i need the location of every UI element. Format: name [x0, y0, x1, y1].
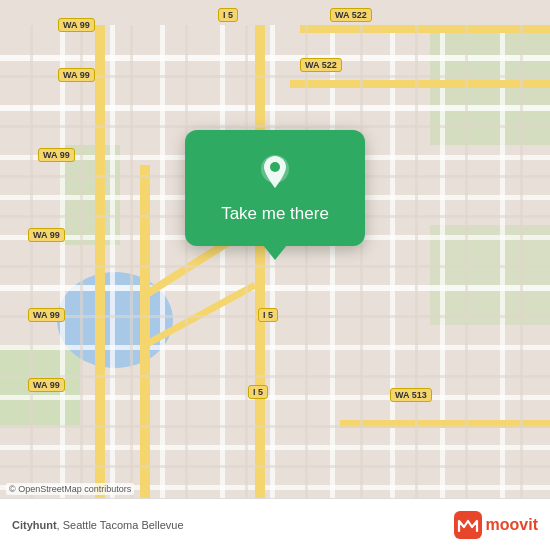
road-label-wa99-4: WA 99 — [28, 228, 65, 242]
map-container: WA 99 WA 99 WA 99 WA 99 WA 99 WA 99 WA 5… — [0, 0, 550, 550]
svg-rect-25 — [95, 25, 105, 525]
svg-rect-16 — [60, 25, 65, 525]
svg-rect-27 — [255, 25, 265, 525]
app-location: Seattle Tacoma Bellevue — [63, 519, 184, 531]
road-label-wa99-6: WA 99 — [28, 378, 65, 392]
map-svg — [0, 0, 550, 550]
svg-rect-46 — [185, 25, 188, 525]
svg-rect-47 — [245, 25, 248, 525]
app-name: Cityhunt — [12, 519, 57, 531]
moovit-logo: moovit — [454, 511, 538, 539]
location-pin-icon — [253, 150, 297, 194]
road-label-wa99-5: WA 99 — [28, 308, 65, 322]
road-label-i5-3: I 5 — [248, 385, 268, 399]
svg-rect-22 — [390, 25, 395, 525]
svg-rect-52 — [520, 25, 523, 525]
road-label-i5-2: I 5 — [258, 308, 278, 322]
moovit-text: moovit — [486, 516, 538, 534]
svg-point-54 — [270, 162, 280, 172]
svg-rect-44 — [80, 25, 83, 525]
svg-rect-19 — [220, 25, 225, 525]
svg-rect-23 — [440, 25, 445, 525]
road-label-wa99-3: WA 99 — [38, 148, 75, 162]
svg-rect-45 — [130, 25, 133, 525]
svg-rect-21 — [330, 25, 335, 525]
moovit-icon — [454, 511, 482, 539]
svg-rect-29 — [290, 80, 550, 88]
map-attribution: © OpenStreetMap contributors — [6, 483, 134, 495]
svg-rect-28 — [300, 25, 550, 33]
popup-label: Take me there — [221, 204, 329, 224]
road-label-i5-1: I 5 — [218, 8, 238, 22]
road-label-wa513: WA 513 — [390, 388, 432, 402]
svg-rect-50 — [415, 25, 418, 525]
svg-rect-48 — [305, 25, 308, 525]
popup-card[interactable]: Take me there — [185, 130, 365, 246]
svg-rect-49 — [360, 25, 363, 525]
road-label-wa522-2: WA 522 — [300, 58, 342, 72]
road-label-wa522-1: WA 522 — [330, 8, 372, 22]
svg-rect-17 — [110, 25, 115, 525]
bottom-bar: Cityhunt, Seattle Tacoma Bellevue moovit — [0, 498, 550, 550]
app-info: Cityhunt, Seattle Tacoma Bellevue — [12, 519, 454, 531]
road-label-wa99-1: WA 99 — [58, 18, 95, 32]
svg-rect-51 — [465, 25, 468, 525]
road-label-wa99-2: WA 99 — [58, 68, 95, 82]
svg-rect-43 — [30, 25, 33, 525]
svg-rect-18 — [160, 25, 165, 525]
svg-rect-20 — [270, 25, 275, 525]
svg-rect-24 — [500, 25, 505, 525]
